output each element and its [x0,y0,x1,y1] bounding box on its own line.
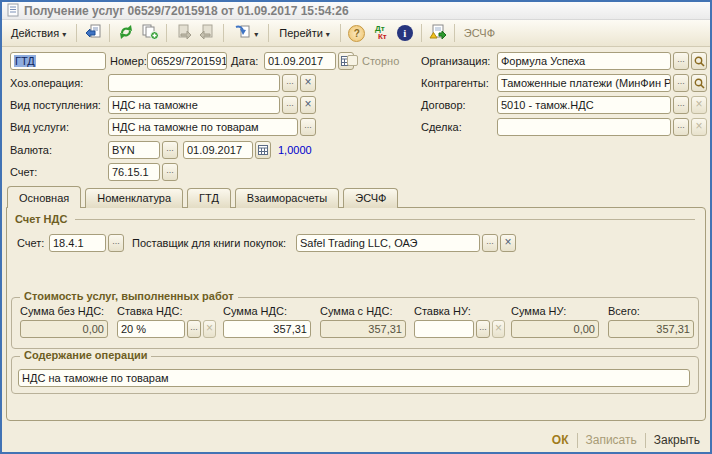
toolbar-separator [340,24,341,42]
write-footer-button[interactable]: Записать [586,433,637,447]
operation-field[interactable] [108,74,316,92]
contract-label: Договор: [421,99,466,111]
tab-main[interactable]: Основная [7,186,81,208]
copy-button[interactable] [139,23,161,43]
number-label: Номер: [110,55,147,67]
info-button[interactable]: i [394,23,416,43]
tab-eschf[interactable]: ЭСЧФ [343,188,398,208]
footer-separator [577,433,578,448]
eschf-report-button[interactable] [427,23,449,43]
calendar-icon [258,145,268,155]
post-button [172,23,194,43]
service-type-label: Вид услуги: [10,121,69,133]
unpost-button [196,23,218,43]
currency-label: Валюта: [10,144,52,156]
window-title: Получение услуг 06529/72015918 от 01.09.… [24,4,349,18]
eschf-menu-button[interactable]: ЭСЧФ [460,25,499,41]
receipt-type-clear-button[interactable] [300,96,316,114]
operation-clear-button[interactable] [300,74,316,92]
toolbar-separator [223,24,224,42]
number-input[interactable]: 06529/72015918 [147,52,227,70]
close-button[interactable]: Закрыть [654,433,700,447]
supplier-select-button[interactable] [482,234,498,252]
vat-account-label: Счет: [17,237,44,249]
info-icon: i [397,25,413,41]
amount-with-vat-label: Сумма с НДС: [320,305,393,317]
document-icon [7,3,19,19]
organization-field[interactable]: Формула Успеха [497,52,707,70]
rate-date-input[interactable]: 01.09.2017 [183,141,271,159]
account-field[interactable]: 76.15.1 [108,163,178,181]
operation-content-input[interactable]: НДС на таможне по товарам [18,369,690,387]
chevron-down-icon [254,27,258,39]
toolbar-separator [421,24,422,42]
vat-account-select-button[interactable] [108,234,124,252]
currency-select-button[interactable] [162,141,178,159]
supplier-label: Поставщик для книги покупок: [132,237,286,249]
supplier-field[interactable]: Safel Trading LLC, ОАЭ [296,234,516,252]
vat-amount-label: Сумма НДС: [223,305,287,317]
go-to-label: Перейти [279,27,323,39]
actions-label: Действия [11,27,59,39]
dt-kt-button[interactable]: Дт Кт [370,23,392,43]
service-type-select-button[interactable] [300,118,316,136]
deal-field[interactable] [497,118,707,136]
toolbar-separator [454,24,455,42]
vat-amount-field[interactable]: 357,31 [223,320,311,338]
counterparty-search-button[interactable] [691,74,707,92]
nu-rate-select-button[interactable] [476,320,490,338]
doc-type-field[interactable]: ГТД [10,52,106,70]
deal-label: Сделка: [421,121,462,133]
ok-button[interactable]: ОК [552,433,569,447]
open-related-button[interactable] [229,22,263,44]
chevron-down-icon [326,27,330,39]
operation-select-button[interactable] [282,74,298,92]
rate-calendar-button[interactable] [255,141,271,159]
amount-no-vat-label: Сумма без НДС: [20,305,104,317]
exchange-rate-value: 1,0000 [278,144,312,156]
amount-with-vat-field: 357,31 [320,320,406,338]
counterparty-select-button[interactable] [673,74,689,92]
tab-settlements[interactable]: Взаиморасчеты [235,188,339,208]
storno-label: Сторно [362,55,399,67]
vat-account-field[interactable]: 18.4.1 [49,234,124,252]
magnifier-icon [694,56,705,67]
vat-rate-field[interactable]: 20 % [117,320,216,338]
organization-select-button[interactable] [673,52,689,70]
nu-rate-field[interactable] [414,320,505,338]
help-icon: ? [348,25,365,42]
unpost-icon [199,24,216,42]
tab-strip: Основная Номенклатура ГТД Взаиморасчеты … [7,186,398,208]
cost-group: Стоимость услуг, выполненных работ Сумма… [11,297,699,349]
magnifier-icon [694,78,705,89]
help-button[interactable]: ? [346,23,368,43]
organization-search-button[interactable] [691,52,707,70]
copy-add-icon [142,24,159,42]
tab-gtd[interactable]: ГТД [187,188,231,208]
refresh-button[interactable] [115,23,137,43]
write-button[interactable] [82,23,104,43]
contract-select-button[interactable] [673,96,689,114]
date-label: Дата: [231,55,258,67]
receipt-type-select-button[interactable] [282,96,298,114]
supplier-clear-button[interactable] [500,234,516,252]
deal-select-button[interactable] [673,118,689,136]
vat-rate-select-button[interactable] [187,320,201,338]
receipt-type-field[interactable]: НДС на таможне [108,96,316,114]
date-input[interactable]: 01.09.2017 [264,52,354,70]
currency-field[interactable]: BYN [108,141,178,159]
title-bar: Получение услуг 06529/72015918 от 01.09.… [2,2,710,20]
tab-nomenclature[interactable]: Номенклатура [85,188,183,208]
service-type-field[interactable]: НДС на таможне по товарам [108,118,316,136]
counterparty-field[interactable]: Таможенные платежи (МинФин Р [497,74,707,92]
receipt-type-label: Вид поступления: [10,99,101,111]
contract-field[interactable]: 5010 - тамож.НДС [497,96,707,114]
content-group-title: Содержание операции [20,349,151,361]
go-to-button[interactable]: Перейти [274,25,335,41]
refresh-icon [118,24,134,42]
account-select-button[interactable] [162,163,178,181]
dt-kt-icon: Дт Кт [375,25,387,41]
storno-checkbox[interactable] [347,55,358,66]
actions-button[interactable]: Действия [6,25,71,41]
cost-group-title: Стоимость услуг, выполненных работ [20,290,238,302]
